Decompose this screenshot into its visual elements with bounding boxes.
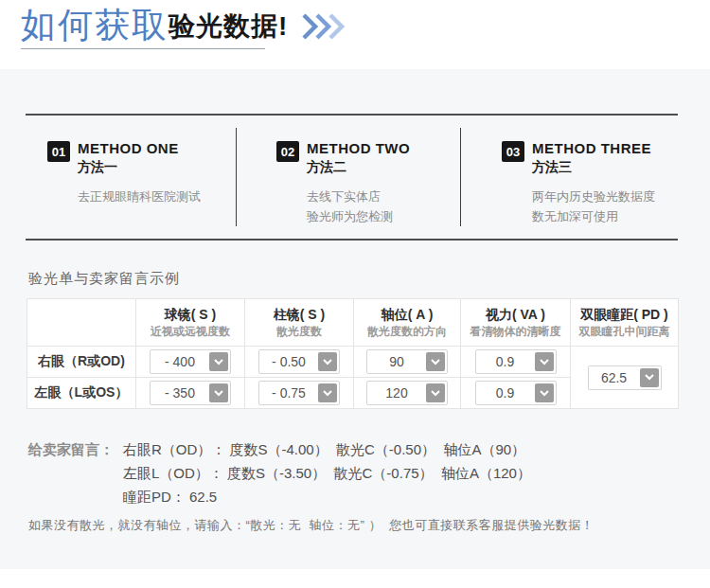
method-two-description: 去线下实体店 验光师为您检测: [307, 187, 460, 226]
pd-select[interactable]: 62.5: [588, 365, 662, 390]
table-section-title: 验光单与卖家留言示例: [28, 270, 710, 288]
chevron-down-icon: [426, 352, 445, 371]
chevron-down-icon: [426, 383, 445, 402]
seller-message-example: 给卖家留言： 右眼R（OD）： 度数S（-4.00） 散光C（-0.50） 轴位…: [28, 437, 710, 508]
method-two: 02 METHOD TWO 方法二 去线下实体店 验光师为您检测: [237, 116, 460, 239]
method-three-title-cn: 方法三: [532, 157, 651, 176]
message-line-pd: 瞳距PD： 62.5: [123, 485, 531, 508]
header-vision: 视力( VA ) 看清物体的清晰度: [461, 299, 571, 347]
sphere-left-select[interactable]: - 350: [150, 381, 231, 405]
footnote: 如果没有散光，就没有轴位，请输入：“散光：无 轴位：无” ） 您也可直接联系客服…: [28, 517, 710, 534]
page-title: 如何获取 验光数据!: [21, 8, 710, 44]
right-eye-label: 右眼（R或OD): [27, 347, 136, 378]
cylinder-right-select[interactable]: - 0.50: [258, 349, 340, 374]
chevron-down-icon: [535, 352, 554, 371]
content-panel: 01 METHOD ONE 方法一 去正规眼睛科医院测试 02 METHOD T…: [0, 69, 710, 569]
chevron-down-icon: [535, 383, 554, 402]
method-two-title-cn: 方法二: [307, 157, 410, 176]
header-empty-cell: [27, 299, 136, 347]
prescription-table: 球镜( S ) 近视或远视度数 柱镜( S ) 散光度数 轴位( A ) 散光度…: [27, 298, 679, 409]
axis-right-select[interactable]: 90: [366, 349, 448, 374]
page-title-highlight: 如何获取: [21, 8, 169, 44]
triple-chevron-right-icon: [301, 13, 345, 40]
method-three-number-badge: 03: [502, 141, 524, 162]
right-eye-row: 右眼（R或OD) - 400 - 0.50: [27, 347, 679, 378]
chevron-down-icon: [318, 352, 337, 371]
chevron-down-icon: [209, 352, 228, 371]
page-title-rest: 验光数据!: [169, 9, 288, 44]
header-pd: 双眼瞳距( PD ) 双眼瞳孔中间距离: [571, 299, 679, 347]
method-two-title-en: METHOD TWO: [307, 140, 410, 157]
method-one-title-en: METHOD ONE: [78, 140, 179, 157]
header-sphere: 球镜( S ) 近视或远视度数: [136, 299, 245, 347]
methods-box: 01 METHOD ONE 方法一 去正规眼睛科医院测试 02 METHOD T…: [26, 114, 678, 241]
method-three-description: 两年内历史验光数据度 数无加深可使用: [532, 187, 678, 226]
title-underline: [21, 48, 265, 49]
message-line-right-eye: 右眼R（OD）： 度数S（-4.00） 散光C（-0.50） 轴位A（90）: [123, 437, 531, 461]
chevron-down-icon: [640, 368, 659, 387]
cylinder-left-select[interactable]: - 0.75: [258, 381, 340, 405]
header: 如何获取 验光数据!: [0, 0, 710, 69]
sphere-right-select[interactable]: - 400: [150, 349, 231, 374]
left-eye-label: 左眼（L或OS）: [27, 378, 136, 409]
footer-spacer: [0, 569, 710, 588]
method-three-title-en: METHOD THREE: [532, 140, 651, 157]
method-one-title-cn: 方法一: [78, 157, 179, 176]
method-one-description: 去正规眼睛科医院测试: [78, 187, 236, 206]
axis-left-select[interactable]: 120: [366, 381, 448, 405]
method-one: 01 METHOD ONE 方法一 去正规眼睛科医院测试: [26, 116, 236, 239]
header-cylinder: 柱镜( S ) 散光度数: [245, 299, 354, 347]
vision-right-select[interactable]: 0.9: [475, 349, 557, 374]
method-one-number-badge: 01: [47, 141, 70, 162]
header-axis: 轴位( A ) 散光度数的方向: [354, 299, 461, 347]
chevron-down-icon: [209, 383, 228, 402]
method-two-number-badge: 02: [276, 141, 299, 162]
method-three: 03 METHOD THREE 方法三 两年内历史验光数据度 数无加深可使用: [461, 116, 678, 239]
optometry-guide-page: 如何获取 验光数据! 01 METHOD ONE 方法一: [0, 0, 710, 588]
chevron-down-icon: [318, 383, 337, 402]
table-header-row: 球镜( S ) 近视或远视度数 柱镜( S ) 散光度数 轴位( A ) 散光度…: [27, 299, 679, 347]
vision-left-select[interactable]: 0.9: [475, 381, 557, 405]
message-line-left-eye: 左眼L（OD）： 度数S（-3.50） 散光C（-0.75） 轴位A（120）: [123, 461, 531, 485]
seller-message-label: 给卖家留言：: [28, 437, 123, 508]
pd-cell: 62.5: [571, 347, 679, 409]
